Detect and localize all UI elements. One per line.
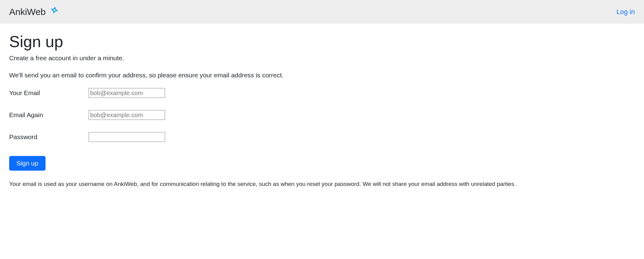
header: AnkiWeb Log in bbox=[0, 0, 644, 24]
star-icon bbox=[48, 6, 61, 18]
email-again-row: Email Again bbox=[9, 110, 635, 120]
info-text: We'll send you an email to confirm your … bbox=[9, 72, 635, 79]
email-label: Your Email bbox=[9, 89, 89, 97]
password-row: Password bbox=[9, 132, 635, 142]
brand[interactable]: AnkiWeb bbox=[9, 6, 61, 18]
main-content: Sign up Create a free account in under a… bbox=[0, 24, 644, 195]
password-input[interactable] bbox=[89, 132, 165, 142]
brand-text: AnkiWeb bbox=[9, 7, 46, 17]
email-input[interactable] bbox=[89, 88, 165, 98]
email-again-input[interactable] bbox=[89, 110, 165, 120]
signup-button[interactable]: Sign up bbox=[9, 156, 46, 171]
password-label: Password bbox=[9, 133, 89, 141]
email-row: Your Email bbox=[9, 88, 635, 98]
email-again-label: Email Again bbox=[9, 111, 89, 119]
login-link[interactable]: Log in bbox=[616, 8, 635, 16]
page-subtitle: Create a free account in under a minute. bbox=[9, 54, 635, 62]
privacy-text: Your email is used as your username on A… bbox=[9, 180, 635, 189]
page-title: Sign up bbox=[9, 32, 635, 51]
